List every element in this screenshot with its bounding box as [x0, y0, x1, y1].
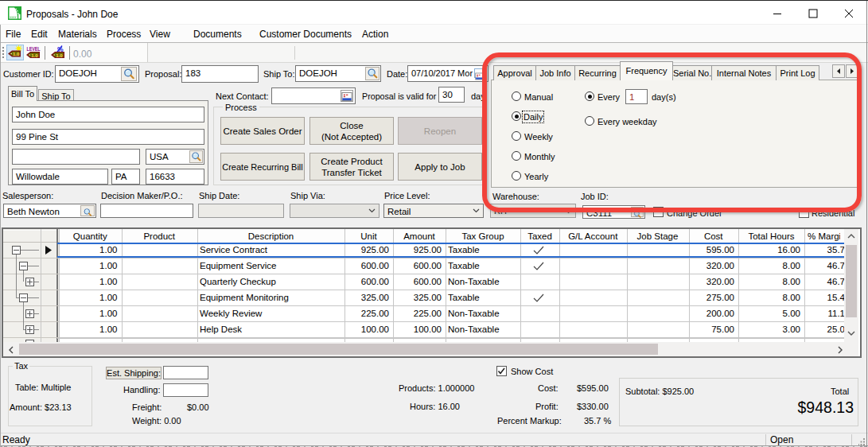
svg-text:LEVEL: LEVEL — [27, 46, 41, 52]
svg-text:1.0: 1.0 — [56, 53, 63, 58]
svg-text:1.0: 1.0 — [31, 53, 38, 58]
svg-text:1.0: 1.0 — [13, 52, 20, 56]
